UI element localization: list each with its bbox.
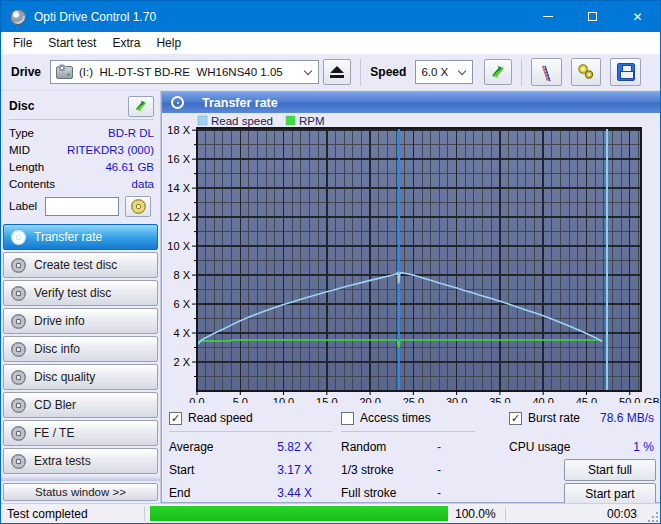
refresh-speed-button[interactable] — [484, 59, 512, 85]
sidebar-item-disc-quality[interactable]: Disc quality — [3, 364, 158, 390]
average-label: Average — [169, 440, 213, 454]
svg-text:16 X: 16 X — [167, 153, 190, 165]
elapsed-time: 00:03 — [607, 507, 647, 521]
cd-icon — [131, 199, 146, 214]
menu-item-extra[interactable]: Extra — [104, 33, 148, 53]
titlebar[interactable]: Opti Drive Control 1.70 ✕ — [1, 1, 660, 32]
cd-icon — [11, 370, 26, 385]
maximize-icon — [588, 12, 597, 21]
refresh-disc-button[interactable] — [128, 96, 154, 117]
refresh-arrows-icon — [490, 64, 506, 80]
disc-type-value: BD-R DL — [108, 127, 154, 139]
menu-item-help[interactable]: Help — [148, 33, 189, 53]
svg-text:Read speed: Read speed — [211, 115, 273, 127]
third-stroke-label: 1/3 stroke — [341, 463, 394, 477]
svg-text:14 X: 14 X — [167, 182, 190, 194]
sidebar-item-label: CD Bler — [34, 398, 76, 412]
close-button[interactable]: ✕ — [615, 1, 660, 32]
window-controls: ✕ — [525, 1, 660, 32]
end-value: 3.44 X — [277, 486, 312, 500]
menu-item-start-test[interactable]: Start test — [40, 33, 104, 53]
start-part-button[interactable]: Start part — [564, 483, 656, 505]
transfer-rate-chart: 2 X4 X6 X8 X10 X12 X14 X16 X18 X0.05.010… — [162, 113, 659, 403]
svg-text:RPM: RPM — [299, 115, 325, 127]
svg-text:10 X: 10 X — [167, 240, 190, 252]
status-message: Test completed — [1, 507, 144, 521]
cd-icon — [11, 398, 26, 413]
eject-icon — [330, 66, 344, 78]
status-window-button[interactable]: Status window >> — [3, 483, 158, 501]
resize-grip[interactable] — [647, 511, 659, 523]
close-icon: ✕ — [632, 10, 642, 24]
sidebar-item-verify-test-disc[interactable]: Verify test disc — [3, 280, 158, 306]
speed-label: Speed — [370, 65, 406, 79]
cd-icon — [11, 258, 26, 273]
svg-text:5.0: 5.0 — [233, 396, 248, 403]
sidebar: Transfer rate Create test disc Verify te… — [3, 224, 158, 476]
sidebar-item-label: Extra tests — [34, 454, 91, 468]
drive-value: (I:) HL-DT-ST BD-RE WH16NS40 1.05 — [79, 66, 283, 78]
disc-contents-label: Contents — [9, 178, 55, 190]
menu-item-file[interactable]: File — [5, 33, 40, 53]
sidebar-item-label: Disc info — [34, 342, 80, 356]
average-row: Average 5.82 X — [169, 435, 332, 458]
access-times-checkbox[interactable] — [341, 412, 354, 425]
start-value: 3.17 X — [277, 463, 312, 477]
disc-mid-value: RITEKDR3 (000) — [67, 144, 154, 156]
disc-length-value: 46.61 GB — [105, 161, 154, 173]
sidebar-item-label: Verify test disc — [34, 286, 111, 300]
erase-disc-button[interactable] — [531, 58, 562, 86]
random-label: Random — [341, 440, 386, 454]
save-button[interactable] — [610, 58, 641, 86]
svg-text:6 X: 6 X — [173, 298, 190, 310]
progress-bar — [150, 506, 448, 521]
sidebar-item-label: FE / TE — [34, 426, 74, 440]
disc-label-input[interactable] — [45, 197, 119, 216]
svg-text:4 X: 4 X — [173, 327, 190, 339]
minimize-button[interactable] — [525, 1, 570, 32]
floppy-disk-icon — [617, 63, 635, 81]
end-label: End — [169, 486, 190, 500]
cpu-usage-value: 1 % — [633, 440, 654, 454]
sidebar-item-extra-tests[interactable]: Extra tests — [3, 448, 158, 474]
statusbar-separator — [144, 507, 145, 521]
sidebar-item-cd-bler[interactable]: CD Bler — [3, 392, 158, 418]
sidebar-item-create-test-disc[interactable]: Create test disc — [3, 252, 158, 278]
app-icon — [10, 9, 26, 25]
disc-contents-row: Contents data — [9, 175, 154, 192]
sidebar-item-transfer-rate[interactable]: Transfer rate — [3, 224, 158, 250]
access-times-checkbox-label: Access times — [360, 411, 431, 425]
disc-label-button[interactable] — [125, 196, 151, 217]
progress-percent: 100.0% — [448, 507, 505, 521]
sidebar-item-fe-te[interactable]: FE / TE — [3, 420, 158, 446]
svg-text:25.0: 25.0 — [403, 396, 424, 403]
random-row: Random - — [341, 435, 501, 458]
access-times-column: Access times Random - 1/3 stroke - Full … — [341, 405, 501, 506]
drive-select[interactable]: (I:) HL-DT-ST BD-RE WH16NS40 1.05 — [50, 60, 319, 84]
toolbar: Drive (I:) HL-DT-ST BD-RE WH16NS40 1.05 … — [1, 54, 660, 91]
statusbar: Test completed 100.0% 00:03 — [1, 503, 660, 523]
disc-type-row: Type BD-R DL — [9, 124, 154, 141]
eraser-icon — [536, 63, 557, 81]
burst-rate-checkbox-label: Burst rate — [528, 411, 580, 425]
disc-label-row: Label — [9, 195, 154, 217]
eject-button[interactable] — [323, 59, 351, 85]
start-full-button[interactable]: Start full — [564, 459, 656, 481]
read-speed-checkbox[interactable]: ✓ — [169, 412, 182, 425]
svg-text:GB: GB — [644, 396, 659, 403]
disc-contents-value[interactable]: data — [132, 178, 154, 190]
maximize-button[interactable] — [570, 1, 615, 32]
speed-value: 6.0 X — [421, 66, 448, 78]
svg-text:40.0: 40.0 — [532, 396, 553, 403]
app-window: Opti Drive Control 1.70 ✕ File Start tes… — [0, 0, 661, 524]
settings-keys-button[interactable] — [571, 58, 602, 86]
window-title: Opti Drive Control 1.70 — [34, 10, 156, 24]
svg-text:35.0: 35.0 — [489, 396, 510, 403]
burst-rate-checkbox[interactable]: ✓ — [509, 412, 522, 425]
statusbar-separator — [505, 507, 506, 521]
disc-type-label: Type — [9, 127, 34, 139]
sidebar-item-drive-info[interactable]: Drive info — [3, 308, 158, 334]
menubar: File Start test Extra Help — [1, 32, 660, 54]
speed-select[interactable]: 6.0 X — [415, 60, 473, 84]
sidebar-item-disc-info[interactable]: Disc info — [3, 336, 158, 362]
